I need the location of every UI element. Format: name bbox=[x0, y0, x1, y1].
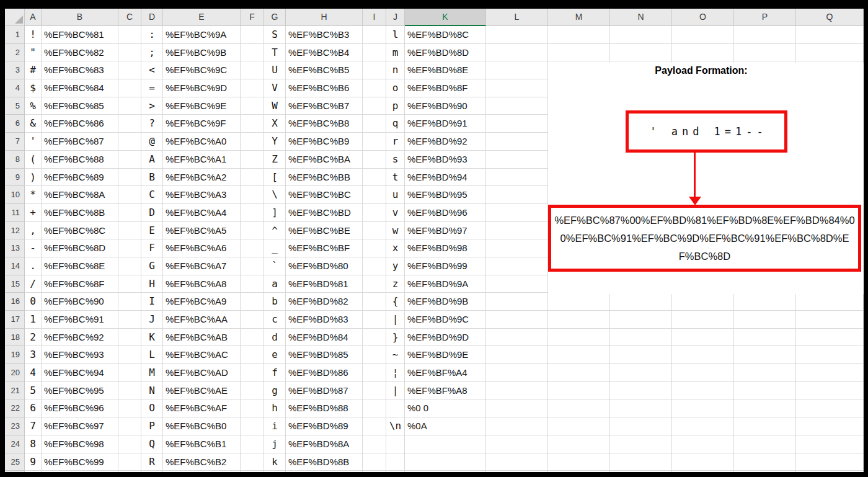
column-header-D[interactable]: D bbox=[141, 9, 163, 26]
cell-C14[interactable] bbox=[118, 257, 141, 275]
cell-D17[interactable]: J bbox=[141, 311, 163, 329]
row-header-3[interactable]: 3 bbox=[5, 61, 25, 79]
cell-P16[interactable] bbox=[734, 293, 796, 311]
cell-C23[interactable] bbox=[118, 417, 141, 435]
cell-P25[interactable] bbox=[734, 453, 796, 471]
cell-D26[interactable] bbox=[141, 471, 163, 472]
cell-A20[interactable]: 4 bbox=[25, 364, 42, 382]
cell-H15[interactable]: %EF%BD%81 bbox=[286, 275, 363, 293]
cell-G5[interactable]: W bbox=[264, 97, 286, 115]
cell-O2[interactable] bbox=[672, 44, 734, 62]
cell-A14[interactable]: . bbox=[25, 257, 42, 275]
cell-I24[interactable] bbox=[363, 435, 386, 453]
cell-L12[interactable] bbox=[486, 222, 548, 240]
cell-D5[interactable]: > bbox=[141, 97, 163, 115]
cell-N19[interactable] bbox=[610, 346, 672, 364]
column-header-B[interactable]: B bbox=[42, 9, 118, 26]
cell-I16[interactable] bbox=[363, 293, 386, 311]
cell-E8[interactable]: %EF%BC%A1 bbox=[163, 151, 241, 169]
cell-P2[interactable] bbox=[734, 44, 796, 62]
column-header-F[interactable]: F bbox=[241, 9, 264, 26]
cell-L24[interactable] bbox=[486, 435, 548, 453]
cell-D20[interactable]: M bbox=[141, 364, 163, 382]
cell-B11[interactable]: %EF%BC%8B bbox=[42, 204, 118, 222]
cell-J9[interactable]: t bbox=[386, 169, 405, 187]
cell-D7[interactable]: @ bbox=[141, 133, 163, 151]
cell-Q18[interactable] bbox=[796, 329, 864, 347]
column-header-L[interactable]: L bbox=[486, 9, 548, 26]
cell-C20[interactable] bbox=[118, 364, 141, 382]
cell-J25[interactable] bbox=[386, 453, 405, 471]
cell-H7[interactable]: %EF%BC%B9 bbox=[286, 133, 363, 151]
cell-E7[interactable]: %EF%BC%A0 bbox=[163, 133, 241, 151]
cell-F21[interactable] bbox=[241, 382, 264, 400]
cell-L2[interactable] bbox=[486, 44, 548, 62]
cell-A3[interactable]: # bbox=[25, 61, 42, 79]
cell-E25[interactable]: %EF%BC%B2 bbox=[163, 453, 241, 471]
cell-K3[interactable]: %EF%BD%8E bbox=[405, 61, 486, 79]
cell-I21[interactable] bbox=[363, 382, 386, 400]
cell-L20[interactable] bbox=[486, 364, 548, 382]
column-header-Q[interactable]: Q bbox=[796, 9, 864, 26]
cell-B22[interactable]: %EF%BC%96 bbox=[42, 399, 118, 417]
cell-H17[interactable]: %EF%BD%83 bbox=[286, 311, 363, 329]
row-header-20[interactable]: 20 bbox=[5, 364, 25, 382]
cell-M26[interactable] bbox=[548, 471, 610, 472]
cell-K18[interactable]: %EF%BD%9D bbox=[405, 329, 486, 347]
cell-J17[interactable]: | bbox=[386, 311, 405, 329]
row-header-18[interactable]: 18 bbox=[5, 329, 25, 347]
cell-F17[interactable] bbox=[241, 311, 264, 329]
cell-H1[interactable]: %EF%BC%B3 bbox=[286, 26, 363, 44]
cell-A25[interactable]: 9 bbox=[25, 453, 42, 471]
cell-N22[interactable] bbox=[610, 399, 672, 417]
cell-J23[interactable]: \n bbox=[386, 417, 405, 435]
cell-J16[interactable]: { bbox=[386, 293, 405, 311]
row-header-1[interactable]: 1 bbox=[5, 26, 25, 44]
cell-Q19[interactable] bbox=[796, 346, 864, 364]
cell-F20[interactable] bbox=[241, 364, 264, 382]
row-header-11[interactable]: 11 bbox=[5, 204, 25, 222]
cell-G18[interactable]: d bbox=[264, 329, 286, 347]
cell-E9[interactable]: %EF%BC%A2 bbox=[163, 169, 241, 187]
cell-H4[interactable]: %EF%BC%B6 bbox=[286, 79, 363, 97]
cell-A22[interactable]: 6 bbox=[25, 399, 42, 417]
cell-A21[interactable]: 5 bbox=[25, 382, 42, 400]
cell-E22[interactable]: %EF%BC%AF bbox=[163, 399, 241, 417]
cell-F14[interactable] bbox=[241, 257, 264, 275]
cell-E13[interactable]: %EF%BC%A6 bbox=[163, 239, 241, 257]
cell-D2[interactable]: ; bbox=[141, 44, 163, 62]
cell-C19[interactable] bbox=[118, 346, 141, 364]
cell-H6[interactable]: %EF%BC%B8 bbox=[286, 115, 363, 133]
cell-L11[interactable] bbox=[486, 204, 548, 222]
cell-G12[interactable]: ^ bbox=[264, 222, 286, 240]
cell-O18[interactable] bbox=[672, 329, 734, 347]
cell-H26[interactable] bbox=[286, 471, 363, 472]
cell-B25[interactable]: %EF%BC%99 bbox=[42, 453, 118, 471]
cell-I2[interactable] bbox=[363, 44, 386, 62]
cell-G22[interactable]: h bbox=[264, 399, 286, 417]
cell-M24[interactable] bbox=[548, 435, 610, 453]
cell-I1[interactable] bbox=[363, 26, 386, 44]
cell-E18[interactable]: %EF%BC%AB bbox=[163, 329, 241, 347]
cell-C7[interactable] bbox=[118, 133, 141, 151]
cell-C5[interactable] bbox=[118, 97, 141, 115]
cell-H16[interactable]: %EF%BD%82 bbox=[286, 293, 363, 311]
cell-F3[interactable] bbox=[241, 61, 264, 79]
cell-D18[interactable]: K bbox=[141, 329, 163, 347]
cell-E2[interactable]: %EF%BC%9B bbox=[163, 44, 241, 62]
row-header-26[interactable]: 26 bbox=[5, 471, 25, 472]
column-header-M[interactable]: M bbox=[548, 9, 610, 26]
cell-N2[interactable] bbox=[610, 44, 672, 62]
cell-M20[interactable] bbox=[548, 364, 610, 382]
cell-Q17[interactable] bbox=[796, 311, 864, 329]
cell-E24[interactable]: %EF%BC%B1 bbox=[163, 435, 241, 453]
cell-F11[interactable] bbox=[241, 204, 264, 222]
cell-B9[interactable]: %EF%BC%89 bbox=[42, 169, 118, 187]
cell-I9[interactable] bbox=[363, 169, 386, 187]
cell-O22[interactable] bbox=[672, 399, 734, 417]
cell-J12[interactable]: w bbox=[386, 222, 405, 240]
cell-B8[interactable]: %EF%BC%88 bbox=[42, 151, 118, 169]
cell-J26[interactable] bbox=[386, 471, 405, 472]
cell-F5[interactable] bbox=[241, 97, 264, 115]
cell-B26[interactable] bbox=[42, 471, 118, 472]
